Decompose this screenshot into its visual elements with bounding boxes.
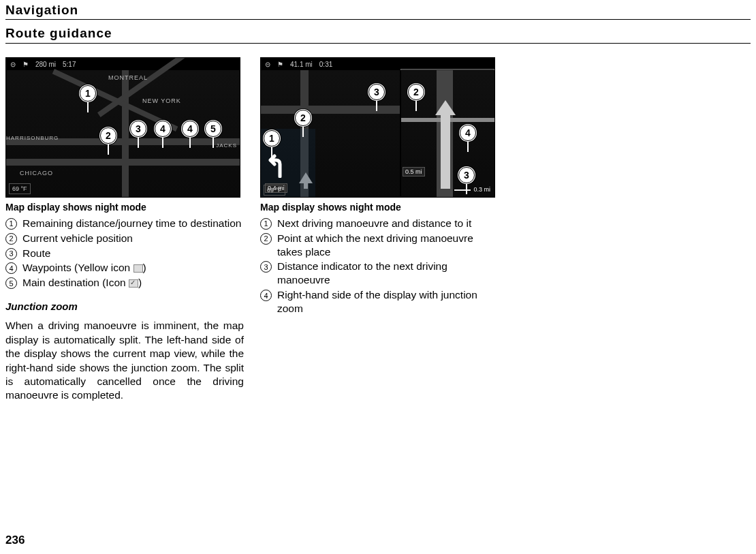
legend-item-2: 2Current vehicle position [5, 232, 244, 245]
right-legend-list: 1Next driving manoeuvre and distance to … [260, 217, 499, 316]
legend-text-1: Remaining distance/journey time to desti… [22, 217, 241, 230]
right-figure-caption: Map display shows night mode [260, 202, 499, 213]
legend-text-5: Main destination (Icon ) [22, 276, 142, 290]
map-callout-3: 3 [130, 121, 146, 137]
map2-callout-3-top: 3 [368, 84, 385, 100]
map-time: 0:31 [319, 61, 332, 68]
map-dark-region-right: 0.4 mi 0.5 mi 0.3 mi 1 2 3 2 [261, 70, 494, 197]
legend-item-1: 1Remaining distance/journey time to dest… [5, 217, 244, 230]
legend-item-3: 3Route [5, 247, 244, 260]
map-callout-1: 1 [80, 85, 96, 102]
legend-item-2: 2Point at which the next driving manoeuv… [260, 232, 499, 259]
legend-text-2: Point at which the next driving manoeuvr… [277, 232, 499, 259]
header-rule [5, 19, 751, 20]
city-newyork: NEW YORK [142, 97, 181, 104]
circled-5: 5 [5, 277, 17, 289]
legend-text-1: Next driving manoeuvre and distance to i… [277, 217, 471, 230]
compass-icon: ⊝ [265, 61, 270, 68]
map2-callout-4: 4 [460, 125, 476, 141]
map-callout-4a: 4 [155, 121, 171, 137]
svg-marker-1 [435, 100, 456, 189]
map-temp-right: 69 °F [264, 185, 285, 196]
legend-item-5: 5Main destination (Icon ) [5, 276, 244, 290]
right-map-figure: ⊝ ⚑ 41.1 mi 0:31 N PROSPECT RD [260, 57, 495, 198]
left-figure-caption: Map display shows night mode [5, 202, 244, 213]
left-legend-list: 1Remaining distance/journey time to dest… [5, 217, 244, 290]
city-harrisonburg: HARRISONBURG [6, 135, 59, 141]
flag-icon: ⚑ [277, 61, 283, 68]
page-number: 236 [5, 534, 25, 547]
map-callout-2: 2 [100, 127, 116, 144]
legend-item-3: 3Distance indicator to the next driving … [260, 260, 499, 287]
left-column: ⊝ ⚑ 280 mi 5:17 MONTREAL NEW YORK CHICAG… [5, 57, 244, 403]
legend-text-2: Current vehicle position [22, 232, 133, 245]
dist-right: 0.5 mi [403, 167, 425, 176]
map-distance: 280 mi [35, 61, 56, 68]
compass-icon: ⊝ [10, 61, 16, 68]
flag-icon: ⚑ [22, 61, 29, 68]
map-distance: 41.1 mi [290, 61, 313, 68]
circled-3: 3 [260, 261, 272, 273]
circled-4: 4 [5, 262, 17, 274]
legend-text-3: Distance indicator to the next driving m… [277, 260, 499, 287]
city-chicago: CHICAGO [20, 170, 53, 176]
circled-3: 3 [5, 248, 17, 260]
map-callout-5: 5 [205, 121, 221, 137]
legend-item-1: 1Next driving manoeuvre and distance to … [260, 217, 499, 230]
city-jacks: JACKS [216, 142, 237, 149]
map-dark-region: MONTREAL NEW YORK CHICAGO HARRISONBURG J… [6, 70, 240, 197]
circled-1: 1 [260, 218, 272, 230]
circled-2: 2 [5, 233, 17, 245]
city-montreal: MONTREAL [108, 74, 148, 81]
junction-zoom-paragraph: When a driving manoeuvre is imminent, th… [5, 319, 244, 403]
page: Navigation Route guidance ⊝ ⚑ 280 mi 5:1… [0, 0, 756, 554]
right-column: ⊝ ⚑ 41.1 mi 0:31 N PROSPECT RD [260, 57, 499, 403]
legend-text-3: Route [22, 247, 50, 260]
section-rule [5, 43, 751, 44]
left-map-figure: ⊝ ⚑ 280 mi 5:17 MONTREAL NEW YORK CHICAG… [5, 57, 240, 198]
destination-flag-icon [129, 279, 138, 288]
map-scale: 0.3 mi [454, 186, 490, 193]
legend-text-4: Waypoints (Yellow icon ) [22, 261, 146, 275]
columns: ⊝ ⚑ 280 mi 5:17 MONTREAL NEW YORK CHICAG… [5, 57, 499, 403]
circled-4: 4 [260, 290, 272, 301]
legend-text-4: Right-hand side of the display with junc… [277, 288, 499, 316]
section-title: Route guidance [5, 26, 112, 41]
map2-callout-2-right: 2 [408, 84, 424, 100]
map-callout-4b: 4 [182, 121, 198, 137]
map2-callout-3-bottom: 3 [458, 167, 475, 183]
map2-callout-1: 1 [264, 130, 280, 147]
map2-callout-2-left: 2 [295, 110, 311, 126]
waypoint-flag-icon [133, 264, 143, 273]
map-top-bar: ⊝ ⚑ 280 mi 5:17 [6, 58, 240, 70]
page-header: Navigation [5, 3, 78, 18]
circled-2: 2 [260, 233, 272, 245]
map-time: 5:17 [63, 61, 76, 68]
circled-1: 1 [5, 218, 17, 230]
junction-zoom-heading: Junction zoom [5, 301, 244, 312]
legend-item-4: 4Right-hand side of the display with jun… [260, 288, 499, 316]
legend-item-4: 4Waypoints (Yellow icon ) [5, 261, 244, 275]
map-temp: 69 °F [9, 183, 31, 194]
